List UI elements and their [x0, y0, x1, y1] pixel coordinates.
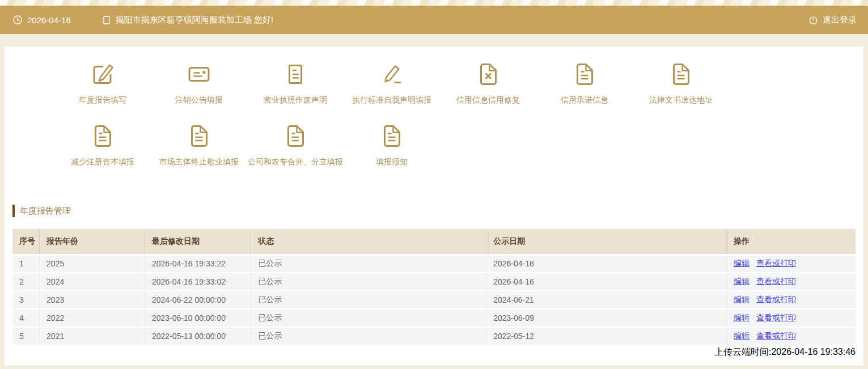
- power-icon: [808, 15, 818, 25]
- annual-report-table: 序号报告年份最后修改日期状态公示日期操作 120252026-04-16 19:…: [12, 229, 856, 346]
- column-header: 公示日期: [486, 229, 727, 255]
- cell-year: 2022: [40, 309, 145, 327]
- section-title: 年度报告管理: [12, 205, 863, 217]
- clock-icon: [12, 15, 23, 25]
- menu-item-label: 营业执照作废声明: [264, 95, 327, 105]
- cell-year: 2021: [40, 327, 145, 345]
- cell-modified: 2024-06-22 00:00:00: [145, 291, 251, 309]
- topbar-welcome-group: 揭阳市揭东区新亨镇阿海服装加工场 您好!: [101, 15, 273, 26]
- table-row: 320232024-06-22 00:00:00已公示2024-06-21编辑查…: [12, 291, 856, 309]
- column-header: 操作: [726, 229, 856, 255]
- cell-actions: 编辑查看或打印: [726, 327, 856, 345]
- file-text-icon: [571, 61, 598, 88]
- menu-row-2: 减少注册资本填报市场主体终止歇业填报公司和农专合并、分立填报填报须知: [5, 122, 863, 167]
- menu-item-1-4[interactable]: 执行标准自我声明填报: [344, 61, 440, 105]
- menu-item-label: 市场主体终止歇业填报: [159, 157, 239, 167]
- logout-label: 退出登录: [823, 15, 857, 26]
- menu-item-1-5[interactable]: 信用信息信用修复: [440, 61, 536, 105]
- edit-link[interactable]: 编辑: [734, 295, 750, 304]
- logout-button[interactable]: 退出登录: [808, 15, 857, 26]
- card-note-icon: [185, 61, 213, 88]
- topbar-date-group: 2026-04-16: [12, 15, 71, 25]
- cell-modified: 2022-05-13 00:00:00: [145, 327, 251, 345]
- company-welcome-text: 揭阳市揭东区新亨镇阿海服装加工场 您好!: [116, 15, 273, 26]
- menu-item-label: 减少注册资本填报: [71, 157, 134, 167]
- menu-item-2-3[interactable]: 公司和农专合并、分立填报: [247, 122, 344, 167]
- menu-item-1-2[interactable]: 注销公告填报: [151, 61, 247, 105]
- cell-modified: 2026-04-16 19:33:22: [145, 255, 251, 273]
- cell-publish-date: 2024-06-21: [486, 291, 727, 309]
- menu-item-1-7[interactable]: 法律文书送达地址: [633, 61, 729, 105]
- file-text-icon: [282, 122, 309, 150]
- table-header-row: 序号报告年份最后修改日期状态公示日期操作: [12, 229, 856, 255]
- file-text-icon: [667, 61, 695, 88]
- cell-actions: 编辑查看或打印: [726, 273, 856, 291]
- cell-year: 2025: [40, 255, 145, 273]
- cell-status: 已公示: [251, 309, 486, 327]
- pencil-underline-icon: [378, 61, 405, 88]
- section-title-text: 年度报告管理: [20, 206, 71, 215]
- cell-actions: 编辑查看或打印: [726, 291, 856, 309]
- cell-serial: 2: [12, 273, 40, 291]
- edit-link[interactable]: 编辑: [734, 331, 750, 340]
- cell-serial: 3: [12, 291, 40, 309]
- column-header: 最后修改日期: [145, 229, 251, 255]
- view-print-link[interactable]: 查看或打印: [756, 277, 796, 286]
- column-header: 报告年份: [40, 229, 145, 255]
- table-row: 120252026-04-16 19:33:22已公示2026-04-16编辑查…: [12, 255, 856, 273]
- menu-row-1: 年度报告填写注销公告填报营业执照作废声明执行标准自我声明填报信用信息信用修复信用…: [5, 46, 863, 105]
- menu-item-label: 注销公告填报: [175, 95, 223, 105]
- edit-link[interactable]: 编辑: [734, 258, 750, 268]
- cell-actions: 编辑查看或打印: [726, 309, 856, 327]
- menu-item-label: 信用信息信用修复: [456, 95, 520, 105]
- upload-time-text: 上传云端时间:2026-04-16 19:33:46: [5, 346, 863, 358]
- content-card: 年度报告填写注销公告填报营业执照作废声明执行标准自我声明填报信用信息信用修复信用…: [5, 46, 863, 366]
- file-x-icon: [475, 61, 502, 88]
- cell-publish-date: 2022-05-12: [486, 327, 727, 345]
- edit-link[interactable]: 编辑: [734, 313, 750, 322]
- edit-square-icon: [89, 61, 116, 88]
- cell-actions: 编辑查看或打印: [726, 255, 856, 273]
- view-print-link[interactable]: 查看或打印: [756, 258, 796, 268]
- menu-item-1-1[interactable]: 年度报告填写: [54, 61, 151, 105]
- table-row: 220242026-04-16 19:33:02已公示2026-04-16编辑查…: [12, 273, 856, 291]
- cell-status: 已公示: [251, 327, 486, 345]
- file-text-icon: [89, 122, 116, 150]
- view-print-link[interactable]: 查看或打印: [756, 313, 796, 322]
- cell-year: 2024: [40, 273, 145, 291]
- cell-status: 已公示: [251, 273, 486, 291]
- column-header: 状态: [251, 229, 486, 255]
- booklet-icon: [101, 15, 111, 25]
- cell-status: 已公示: [251, 255, 486, 273]
- decorative-texture-strip: [0, 0, 868, 6]
- view-print-link[interactable]: 查看或打印: [756, 331, 796, 340]
- cell-serial: 4: [12, 309, 40, 327]
- menu-item-label: 法律文书送达地址: [649, 95, 713, 105]
- menu-item-2-2[interactable]: 市场主体终止歇业填报: [151, 122, 247, 167]
- topbar-date: 2026-04-16: [27, 15, 71, 25]
- cell-year: 2023: [40, 291, 145, 309]
- cell-serial: 1: [12, 255, 40, 273]
- document-lines-icon: [282, 61, 309, 88]
- background-gap: [0, 34, 868, 46]
- menu-item-2-1[interactable]: 减少注册资本填报: [54, 122, 151, 167]
- topbar: 2026-04-16 揭阳市揭东区新亨镇阿海服装加工场 您好! 退出登录: [0, 6, 868, 34]
- menu-item-label: 执行标准自我声明填报: [352, 95, 431, 105]
- menu-item-1-3[interactable]: 营业执照作废声明: [247, 61, 344, 105]
- table-row: 420222023-06-10 00:00:00已公示2023-06-09编辑查…: [12, 309, 856, 327]
- menu-item-2-4[interactable]: 填报须知: [344, 122, 440, 167]
- cell-publish-date: 2026-04-16: [486, 273, 727, 291]
- edit-link[interactable]: 编辑: [734, 277, 750, 286]
- menu-item-label: 年度报告填写: [79, 95, 126, 105]
- menu-item-1-6[interactable]: 信用承诺信息: [536, 61, 633, 105]
- file-text-icon: [185, 122, 213, 150]
- column-header: 序号: [12, 229, 40, 255]
- cell-modified: 2026-04-16 19:33:02: [145, 273, 251, 291]
- table-row: 520212022-05-13 00:00:00已公示2022-05-12编辑查…: [12, 327, 856, 345]
- cell-publish-date: 2026-04-16: [486, 255, 727, 273]
- cell-modified: 2023-06-10 00:00:00: [145, 309, 251, 327]
- menu-item-label: 填报须知: [376, 157, 408, 167]
- view-print-link[interactable]: 查看或打印: [756, 295, 796, 304]
- cell-publish-date: 2023-06-09: [486, 309, 727, 327]
- menu-item-label: 公司和农专合并、分立填报: [248, 157, 343, 167]
